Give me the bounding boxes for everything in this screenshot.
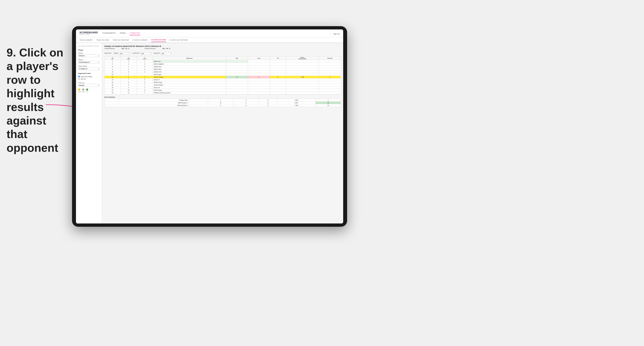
sidebar-gender-select[interactable]: Women's [78, 54, 100, 57]
sidebar: Last Updated: 27/03/2024 16:55:38 Player… [76, 43, 102, 223]
cell-win [226, 86, 248, 89]
cell-win [226, 63, 248, 65]
cell-diff [286, 92, 319, 94]
radio-top100-input[interactable] [78, 78, 80, 80]
cell-conf: 1 [137, 60, 153, 63]
nav-bar: SCOREBOARD Powered by clippi TOURNAMENTS… [76, 29, 343, 37]
cell-win [226, 89, 248, 92]
main-content: Last Updated: 27/03/2024 16:55:38 Player… [76, 43, 343, 223]
out-of-div-row[interactable]: Foreign Team 1 0 0 4.500 2 [104, 99, 341, 102]
cell-win [226, 60, 248, 63]
sub-nav-team-summary[interactable]: TEAM SUMMARY [80, 38, 93, 42]
cell-div: 15 [104, 81, 121, 84]
out-of-div-col3: 0 [233, 102, 259, 104]
cell-reg: 6 [120, 71, 137, 73]
sign-out[interactable]: | Sign out [330, 31, 340, 35]
table-row[interactable]: 3 3 1 Esther Lee [104, 60, 341, 63]
cell-tie [270, 68, 286, 71]
cell-reg: 7 [120, 78, 137, 81]
sub-nav-team-h2h-heatmap[interactable]: TEAM H2H HEATMAP [113, 38, 129, 42]
sidebar-player-rank-select[interactable]: 8. Katelyn Vo [78, 67, 100, 70]
table-row[interactable]: 10 6 3 Andrea York [104, 71, 341, 73]
tablet-frame: SCOREBOARD Powered by clippi TOURNAMENTS… [72, 26, 347, 227]
cell-tie [270, 78, 286, 81]
sidebar-division-select[interactable]: NCAA Division III [78, 61, 100, 64]
th-conf: #Conf [137, 56, 153, 60]
out-of-div-row[interactable]: NAIA Division 1 15 0 0 9.267 30 [104, 102, 341, 104]
table-row[interactable]: 20 11 7 Federica Domecq Lacroze [104, 92, 341, 94]
table-row[interactable]: 13 1 HeeJo Hyun [104, 73, 341, 76]
out-of-div-col3: 0 [233, 99, 259, 102]
table-row[interactable]: 6 1 3 Sydney Kuo [104, 65, 341, 68]
cell-diff [286, 89, 319, 92]
table-row[interactable]: 15 8 5 Stella Cheng [104, 81, 341, 84]
nav-item-committee[interactable]: COMMITTEE [130, 31, 140, 35]
filter-region-select[interactable]: (All) [119, 52, 130, 55]
cell-rounds [319, 60, 341, 63]
sub-nav-player-summary[interactable]: PLAYER SUMMARY [133, 38, 148, 42]
cell-conf [137, 73, 153, 76]
out-of-div-row[interactable]: NCAA Division 2 5 0 0 7.400 10 [104, 104, 341, 107]
logo-area: SCOREBOARD Powered by clippi [80, 31, 98, 35]
out-of-div-rounds: 30 [316, 102, 341, 104]
cell-diff: -3.00 [286, 76, 319, 78]
cell-reg: 3 [120, 60, 137, 63]
filter-opponents-label: Opponents: [104, 52, 112, 54]
cell-rounds [319, 92, 341, 94]
cell-tie [270, 60, 286, 63]
cell-loss [248, 60, 270, 63]
colour-by-select[interactable]: Win/loss [78, 84, 100, 87]
cell-win [226, 71, 248, 73]
table-row[interactable]: 19 10 6 Emily Chang [104, 89, 341, 92]
cell-win [226, 81, 248, 84]
colour-by-select-wrapper: Win/loss [78, 84, 100, 87]
cell-loss [248, 73, 270, 76]
table-row[interactable]: 16 9 1 Jessica Mason [104, 84, 341, 86]
cell-div: 16 [104, 84, 121, 86]
cell-tie [270, 71, 286, 73]
filter-conference-select[interactable]: (All) [140, 52, 152, 55]
radio-top100[interactable]: Top 100 [78, 78, 100, 80]
out-of-div-col1 [189, 102, 208, 104]
division-record-label: Division Record: [144, 48, 156, 49]
cell-opponent: Jessica Mason [153, 84, 226, 86]
cell-conf: 2 [137, 63, 153, 65]
sub-nav-player-h2h-grid[interactable]: PLAYER H2H GRID [151, 38, 166, 42]
cell-win [226, 92, 248, 94]
th-loss: Loss [248, 56, 270, 60]
opponent-view-label: Opponent view [78, 72, 100, 74]
sidebar-division-label: Division [78, 59, 100, 60]
cell-reg: 11 [120, 92, 137, 94]
nav-item-teams[interactable]: TEAMS [120, 31, 126, 35]
cell-diff [286, 86, 319, 89]
cell-loss [248, 68, 270, 71]
out-of-div-col4: 0 [259, 102, 277, 104]
table-row[interactable]: 18 2 2 Euna Lee [104, 86, 341, 89]
nav-item-tournaments[interactable]: TOURNAMENTS [102, 31, 116, 35]
radio-opponents-played[interactable]: Opponents Played [78, 76, 100, 77]
filter-opponent-select[interactable]: (All) [161, 52, 172, 55]
sub-nav-team-h2h-grid[interactable]: TEAM H2H GRID [96, 38, 109, 42]
cell-win [226, 68, 248, 71]
table-row[interactable]: 5 2 2 Alexis Sudjianto [104, 63, 341, 65]
sub-nav-player-h2h-heatmap[interactable]: PLAYER H2H HEATMAP [170, 38, 188, 42]
sidebar-player-rank-label: Player (Rank) [78, 65, 100, 67]
table-row[interactable]: 9 1 4 Sharon Mun [104, 68, 341, 71]
sidebar-player-rank-select-wrapper: 8. Katelyn Vo [78, 67, 100, 70]
cell-diff [286, 73, 319, 76]
sign-out-label[interactable]: Sign out [333, 33, 340, 35]
radio-opponents-played-input[interactable] [78, 76, 80, 77]
cell-rounds [319, 81, 341, 84]
cell-opponent: Euna Lee [153, 86, 226, 89]
cell-rounds [319, 73, 341, 76]
tablet-screen: SCOREBOARD Powered by clippi TOURNAMENTS… [76, 29, 343, 223]
table-row[interactable]: 14 7 4 Eunice Yi [104, 78, 341, 81]
cell-reg: 9 [120, 84, 137, 86]
cell-win [226, 73, 248, 76]
cell-loss [248, 84, 270, 86]
cell-tie [270, 92, 286, 94]
nav-left: SCOREBOARD Powered by clippi TOURNAMENTS… [80, 31, 140, 35]
out-of-div-col1 [189, 104, 208, 107]
table-row-highlighted[interactable]: 13 1 1 Jessica Huang 0 1 0 -3.00 2 [104, 76, 341, 78]
cell-rounds [319, 84, 341, 86]
